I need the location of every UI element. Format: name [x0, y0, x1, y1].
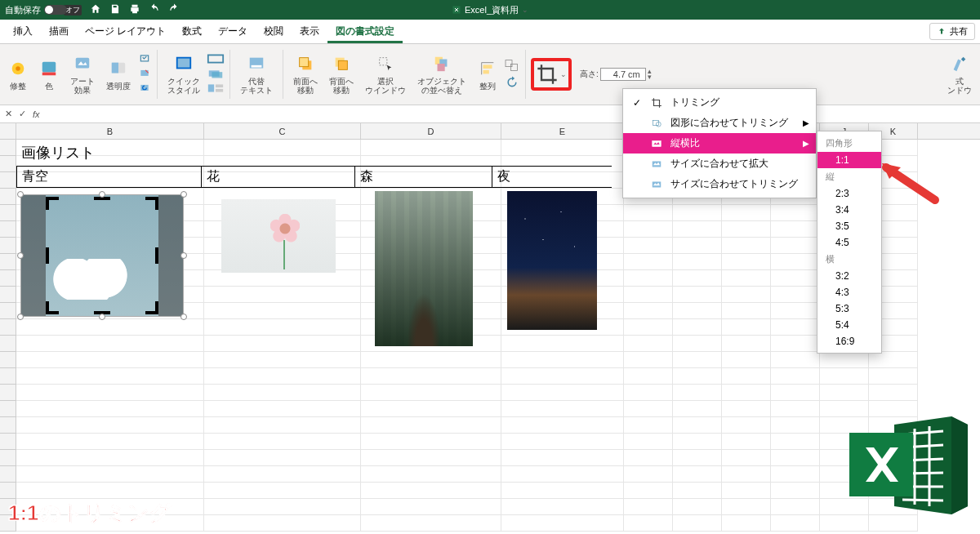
aspect-item-1-1[interactable]: 1:1 — [817, 152, 881, 168]
submenu-arrow-icon: ▶ — [803, 118, 809, 127]
crop-menu-aspect-ratio[interactable]: 縦横比 ▶ — [623, 133, 816, 154]
quick-styles-button[interactable]: クイック スタイル — [163, 52, 205, 96]
aspect-item[interactable]: 16:9 — [817, 333, 881, 349]
picture-effects-icon[interactable] — [207, 68, 225, 81]
quick-style-icon — [174, 54, 194, 73]
height-input[interactable]: 4.7 cm — [600, 68, 646, 81]
selection-pane-button[interactable]: 選択 ウインドウ — [360, 52, 411, 96]
transparency-icon — [109, 59, 128, 78]
picture-style-stack — [207, 53, 225, 96]
table-header-cell[interactable]: 森 — [355, 167, 492, 188]
change-picture-icon[interactable] — [137, 68, 152, 81]
aspect-item[interactable]: 5:3 — [817, 300, 881, 317]
svg-rect-29 — [483, 69, 489, 73]
table-header-cell[interactable]: 花 — [202, 167, 355, 188]
svg-rect-12 — [208, 55, 223, 62]
tab-insert[interactable]: 挿入 — [5, 20, 41, 43]
title-chevron-icon[interactable]: ⌄ — [522, 6, 528, 14]
picture-border-icon[interactable] — [207, 53, 225, 66]
aspect-icon — [649, 137, 664, 150]
artistic-effects-button[interactable]: アート 効果 — [65, 52, 100, 96]
redo-icon[interactable] — [168, 3, 180, 16]
corrections-button[interactable]: 修整 — [3, 57, 33, 92]
color-button[interactable]: 色 — [34, 57, 64, 92]
svg-line-42 — [902, 500, 943, 501]
col-header[interactable]: D — [361, 123, 501, 139]
tab-formulas[interactable]: 数式 — [174, 20, 210, 43]
print-icon[interactable] — [129, 3, 140, 16]
send-backward-icon — [332, 54, 351, 73]
send-backward-button[interactable]: 背面へ 移動 — [324, 52, 359, 96]
tab-draw[interactable]: 描画 — [41, 20, 77, 43]
crop-menu: ✓ トリミング 図形に合わせてトリミング ▶ 縦横比 ▶ サイズに合わせて拡大 … — [622, 88, 817, 198]
sheet-content: 画像リスト 青空 花 森 夜 — [16, 140, 612, 349]
fx-label[interactable]: fx — [33, 109, 40, 119]
reorder-objects-button[interactable]: オブジェクト の並べ替え — [412, 52, 471, 96]
cancel-icon[interactable]: ✕ — [5, 109, 12, 119]
aspect-section-landscape: 横 — [817, 251, 881, 268]
tab-view[interactable]: 表示 — [292, 20, 327, 43]
crop-icon — [649, 96, 664, 109]
crop-menu-fit-size[interactable]: サイズに合わせて拡大 — [623, 154, 816, 174]
crop-menu-fill-size[interactable]: サイズに合わせてトリミング — [623, 174, 816, 194]
table-header-cell[interactable]: 青空 — [17, 167, 202, 188]
undo-icon[interactable] — [149, 3, 160, 16]
group-icon[interactable] — [504, 59, 520, 73]
compress-icon[interactable] — [137, 53, 152, 66]
title-bar: 自動保存 オフ Excel_資料用 ⌄ — [0, 0, 980, 20]
aspect-item[interactable]: 4:5 — [817, 234, 881, 251]
aspect-section-portrait: 縦 — [817, 168, 881, 185]
svg-rect-23 — [338, 60, 347, 69]
tab-picture-format[interactable]: 図の書式設定 — [327, 20, 403, 43]
bring-forward-icon — [296, 54, 315, 73]
aspect-item[interactable]: 4:3 — [817, 284, 881, 300]
svg-rect-15 — [208, 84, 214, 91]
crop-dropdown-icon[interactable]: ⌄ — [560, 70, 567, 78]
aspect-item[interactable]: 3:5 — [817, 218, 881, 234]
svg-rect-17 — [216, 89, 223, 92]
aspect-item[interactable]: 3:4 — [817, 202, 881, 218]
image-forest[interactable] — [375, 191, 473, 346]
crop-menu-fit-shape[interactable]: 図形に合わせてトリミング ▶ — [623, 113, 816, 133]
autosave-toggle[interactable]: 自動保存 オフ — [5, 4, 82, 16]
col-header[interactable]: B — [16, 123, 204, 139]
tab-data[interactable]: データ — [210, 20, 256, 43]
list-title-cell[interactable]: 画像リスト — [16, 140, 612, 166]
share-button[interactable]: 共有 — [929, 23, 975, 40]
aspect-ratio-menu: 四角形 1:1 縦 2:3 3:4 3:5 4:5 横 3:2 4:3 5:3 … — [817, 131, 882, 354]
align-button[interactable]: 整列 — [473, 57, 502, 92]
table-header-cell[interactable]: 夜 — [492, 167, 612, 188]
reset-picture-icon[interactable] — [137, 82, 152, 96]
height-stepper[interactable]: ▴▾ — [648, 69, 652, 80]
alt-text-button[interactable]: 代替 テキスト — [235, 52, 278, 96]
transparency-button[interactable]: 透明度 — [101, 57, 136, 92]
bring-forward-button[interactable]: 前面へ 移動 — [288, 52, 323, 96]
svg-rect-7 — [112, 62, 118, 73]
home-icon[interactable] — [90, 3, 101, 16]
aspect-item[interactable]: 3:2 — [817, 268, 881, 284]
selection-pane-icon — [376, 54, 395, 73]
rotate-icon[interactable] — [504, 75, 520, 90]
tab-review[interactable]: 校閲 — [256, 20, 292, 43]
confirm-icon[interactable]: ✓ — [19, 109, 26, 119]
crop-button[interactable]: ⌄ — [531, 58, 572, 91]
formula-bar: ✕ ✓ fx — [0, 105, 980, 123]
format-pane-button[interactable]: 式 ンドウ — [942, 52, 977, 96]
aspect-item[interactable]: 2:3 — [817, 185, 881, 202]
shape-crop-icon — [649, 117, 664, 130]
color-icon — [39, 59, 59, 78]
aspect-item[interactable]: 5:4 — [817, 317, 881, 333]
col-header[interactable]: E — [501, 123, 624, 139]
image-night[interactable] — [507, 191, 597, 330]
picture-layout-icon[interactable] — [207, 82, 225, 96]
svg-rect-32 — [653, 120, 658, 125]
tab-page-layout[interactable]: ページ レイアウト — [77, 20, 174, 43]
col-header[interactable]: C — [204, 123, 361, 139]
crop-menu-trim[interactable]: ✓ トリミング — [623, 92, 816, 113]
image-sky[interactable] — [20, 194, 184, 317]
save-icon[interactable] — [109, 3, 121, 16]
crop-handles[interactable] — [21, 195, 183, 316]
image-flower[interactable] — [221, 199, 336, 273]
image-table: 青空 花 森 夜 — [16, 166, 612, 349]
toggle-switch[interactable] — [44, 5, 67, 15]
